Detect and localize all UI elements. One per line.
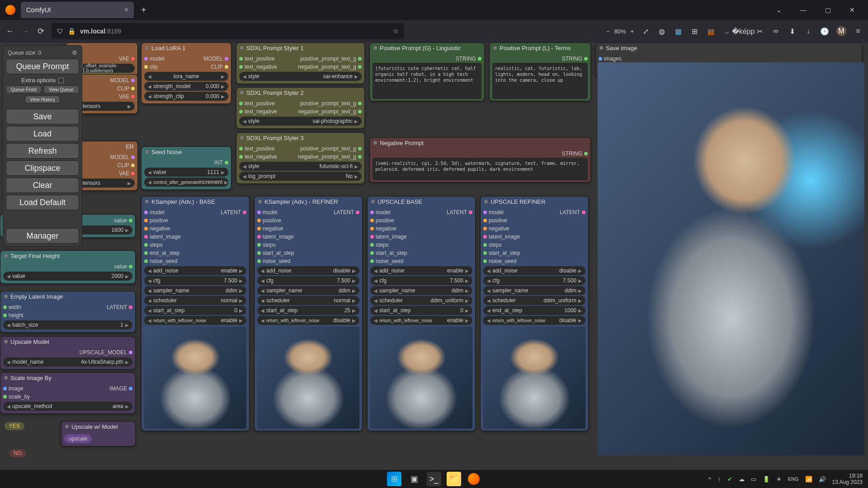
ext-icon-7[interactable]: ⬇ (788, 27, 797, 36)
step-widget[interactable]: ◀start_at_step0▶ (144, 306, 246, 315)
language-icon[interactable]: ENG (788, 476, 799, 482)
sampler-preview-2[interactable] (370, 327, 472, 429)
scheduler-widget[interactable]: ◀schedulernormal▶ (257, 296, 359, 305)
volume-icon[interactable]: 🔊 (819, 476, 826, 483)
rwl-widget[interactable]: ◀return_with_leftover_noiseenable▶ (144, 316, 246, 325)
shield-icon[interactable]: 🛡 (57, 28, 63, 35)
clock[interactable]: 19:1813 Aug 2023 (832, 473, 863, 486)
clear-button[interactable]: Clear (6, 178, 79, 193)
model-name-widget[interactable]: ◀model_name4x-UltraSharp.pth▶ (3, 357, 132, 366)
ext-icon-2[interactable]: ▦ (674, 27, 683, 36)
upscale-method-widget[interactable]: ◀upscale_methodarea▶ (3, 402, 132, 411)
menu-icon[interactable]: ≡ (854, 27, 863, 36)
address-bar[interactable]: 🛡 🔒 vm.local:8189 ☆ (52, 23, 404, 39)
history-icon[interactable]: 🕓 (820, 27, 829, 36)
minimize-icon[interactable]: — (793, 6, 814, 14)
zoom-out-button[interactable]: − (606, 28, 610, 35)
tabs-dropdown-icon[interactable]: ⌄ (769, 6, 789, 14)
bookmark-star-icon[interactable]: ☆ (393, 28, 399, 35)
node-sdxl-styler-1[interactable]: SDXL Prompt Styler 1 text_positivepositi… (236, 42, 365, 84)
positive-g-text[interactable]: (futuristic cute cybernetic cat, half or… (373, 63, 481, 99)
style-3-widget[interactable]: ◀stylefuturistic-sci-fi▶ (239, 162, 362, 171)
upscale-pill[interactable]: upscale (64, 434, 92, 443)
node-positive-prompt-l[interactable]: Positive Prompt (L) - Terms STRING reali… (489, 42, 591, 101)
node-ksampler-1[interactable]: KSampler (Adv.) - REFINER modelLATENT po… (254, 196, 363, 431)
queue-prompt-button[interactable]: Queue Prompt (6, 59, 79, 74)
style-2-widget[interactable]: ◀stylesai-photographic▶ (239, 117, 362, 126)
node-target-final-height[interactable]: Target Final Height value ◀value2000▶ (0, 250, 136, 284)
back-button[interactable]: ← (5, 27, 14, 36)
manager-button[interactable]: Manager (6, 228, 79, 244)
scheduler-widget[interactable]: ◀schedulerddim_uniform▶ (370, 296, 472, 305)
value-widget-2000[interactable]: ◀value2000▶ (3, 272, 132, 281)
forward-button[interactable]: → (21, 27, 30, 36)
cfg-widget[interactable]: ◀cfg7.500▶ (257, 276, 359, 285)
node-negative-prompt[interactable]: Negative Prompt STRING (semi-realistic, … (369, 137, 591, 183)
start-button[interactable]: ⊞ (387, 472, 401, 486)
clipspace-button[interactable]: Clipspace (6, 160, 79, 176)
add-noise-widget[interactable]: ◀add_noisedisable▶ (257, 266, 359, 275)
negative-text[interactable]: (semi-realistic, cgi, 2.5d, 3d), waterma… (373, 158, 588, 180)
taskview-icon[interactable]: ▣ (407, 472, 421, 486)
firefox-taskbar-icon[interactable] (467, 472, 481, 486)
sampler-preview-1[interactable] (257, 327, 359, 429)
tray-chevron-icon[interactable]: ^ (708, 476, 711, 483)
reload-button[interactable]: ⟳ (36, 27, 45, 36)
scheduler-widget[interactable]: ◀schedulerddim_uniform▶ (483, 296, 585, 305)
battery-icon[interactable]: 🔋 (763, 476, 770, 483)
save-button[interactable]: Save (6, 109, 79, 124)
node-ksampler-2[interactable]: UPSCALE BASE modelLATENT positive negati… (367, 196, 476, 431)
sampler-preview-0[interactable] (144, 327, 246, 429)
sampler-name-widget[interactable]: ◀sampler_nameddim▶ (370, 286, 472, 295)
zoom-in-button[interactable]: + (630, 28, 634, 35)
node-empty-latent-image[interactable]: Empty Latent Image widthLATENT height ◀b… (0, 291, 136, 333)
add-noise-widget[interactable]: ◀add_noiseenable▶ (144, 266, 246, 275)
terminal-icon[interactable]: >_ (427, 472, 441, 486)
cfg-widget[interactable]: ◀cfg7.500▶ (483, 276, 585, 285)
new-tab-button[interactable]: + (141, 5, 146, 15)
view-queue-button[interactable]: View Queue (43, 85, 79, 94)
log-prompt-widget[interactable]: ◀log_promptNo▶ (239, 172, 362, 181)
maximize-icon[interactable]: ▢ (817, 6, 838, 14)
ext-icon-3[interactable]: ⊞ (690, 27, 699, 36)
node-upscale-model[interactable]: Upscale Model UPSCALE_MODEL ◀model_name4… (0, 336, 136, 370)
extra-options-checkbox[interactable] (58, 78, 64, 83)
close-tab-icon[interactable]: × (124, 6, 128, 14)
explorer-icon[interactable]: 📁 (447, 472, 461, 486)
sampler-name-widget[interactable]: ◀sampler_nameddim▶ (144, 286, 246, 295)
node-seed-noise[interactable]: Seed Noise INT ◀value1111▶ ◀control_afte… (141, 146, 231, 190)
cast-icon[interactable]: ▭ (751, 476, 756, 483)
rwl-widget[interactable]: ◀return_with_leftover_noiseenable▶ (370, 316, 472, 325)
node-sdxl-styler-2[interactable]: SDXL Prompt Styler 2 text_positivepositi… (236, 87, 365, 129)
node-ksampler-3[interactable]: UPSCALE REFINER modelLATENT positive neg… (480, 196, 589, 431)
lora-name-widget[interactable]: ◀lora_name▶ (144, 72, 228, 81)
browser-tab[interactable]: ComfyUI × (21, 2, 134, 18)
ext-icon-4[interactable]: ▤ (706, 27, 715, 36)
positive-l-text[interactable]: realistic, cat, futuristic, lab, lights,… (492, 63, 588, 99)
rwl-widget[interactable]: ◀return_with_leftover_noisedisable▶ (257, 316, 359, 325)
close-window-icon[interactable]: ✕ (842, 6, 863, 14)
load-button[interactable]: Load (6, 126, 79, 141)
seed-value-widget[interactable]: ◀value1111▶ (144, 168, 228, 177)
bluetooth-icon[interactable]: ᚼ (717, 476, 721, 483)
node-load-lora-1[interactable]: Load LoRA 1 modelMODEL clipCLIP ◀lora_na… (141, 42, 231, 104)
comfyui-canvas[interactable]: Queue size: 0⚙ Queue Prompt Extra option… (0, 42, 868, 470)
control-after-widget[interactable]: ◀control_after_generateincrement▶ (144, 178, 228, 187)
step-widget[interactable]: ◀end_at_step1000▶ (483, 306, 585, 315)
lock-icon[interactable]: 🔒 (68, 28, 75, 35)
wifi-icon[interactable]: 📶 (805, 476, 812, 483)
cfg-widget[interactable]: ◀cfg7.500▶ (370, 276, 472, 285)
add-noise-widget[interactable]: ◀add_noiseenable▶ (370, 266, 472, 275)
ext-icon-1[interactable]: ◍ (657, 27, 666, 36)
strength-clip-widget[interactable]: ◀strength_clip0.000▶ (144, 92, 228, 101)
settings-gear-icon[interactable]: ⚙ (72, 49, 77, 56)
downloads-icon[interactable]: ↓ (804, 27, 813, 36)
style-1-widget[interactable]: ◀stylesai-enhance▶ (239, 72, 362, 81)
reroute-no[interactable]: NO (9, 449, 26, 456)
add-noise-widget[interactable]: ◀add_noisedisable▶ (483, 266, 585, 275)
ext-icon-5[interactable]: ✂ (755, 27, 764, 36)
view-history-button[interactable]: View History (25, 95, 60, 103)
step-widget[interactable]: ◀start_at_step25▶ (257, 306, 359, 315)
cloud-icon[interactable]: ☁ (739, 476, 745, 483)
node-ksampler-0[interactable]: KSampler (Adv.) - BASE modelLATENT posit… (141, 196, 250, 431)
